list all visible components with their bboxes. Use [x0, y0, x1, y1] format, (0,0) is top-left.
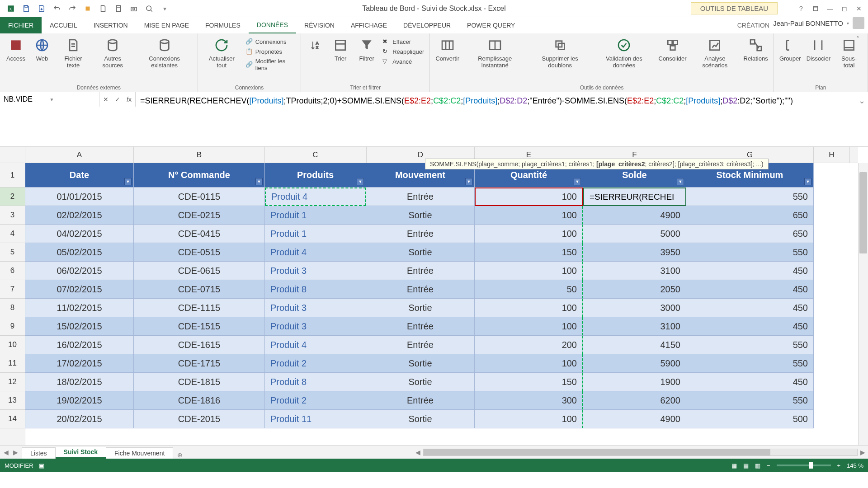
cell[interactable]: 20/02/2015	[25, 410, 134, 428]
cell[interactable]: 500	[686, 410, 814, 428]
cell[interactable]: Produit 8	[265, 373, 366, 391]
cell[interactable]: Produit 3	[265, 317, 366, 336]
cell[interactable]: 05/02/2015	[25, 243, 134, 262]
cell[interactable]: Produit 4	[265, 336, 366, 354]
cell[interactable]: Entrée	[366, 262, 475, 280]
calc-icon[interactable]	[111, 2, 126, 15]
btn-remplissage[interactable]: Remplissage instantané	[463, 35, 527, 70]
cell[interactable]: 450	[686, 373, 814, 391]
close-icon[interactable]: ✕	[853, 3, 865, 14]
btn-web[interactable]: Web	[30, 35, 54, 64]
cell[interactable]: CDE-0515	[134, 243, 265, 262]
cell[interactable]: CDE-1715	[134, 354, 265, 373]
btn-sort-az[interactable]: AZ	[305, 35, 326, 57]
row-header[interactable]: 2	[0, 188, 25, 206]
enter-formula-icon[interactable]: ✓	[115, 96, 120, 103]
row-header[interactable]: 10	[0, 336, 25, 354]
macro-record-icon[interactable]: ▣	[39, 462, 44, 469]
cell[interactable]: 16/02/2015	[25, 336, 134, 354]
help-icon[interactable]: ?	[795, 3, 807, 14]
sheet-tab-fiche-mouvement[interactable]: Fiche Mouvement	[106, 447, 173, 459]
cell[interactable]: 550	[686, 336, 814, 354]
cell[interactable]: 100	[475, 188, 583, 206]
btn-consolider[interactable]: Consolider	[657, 35, 689, 64]
cell[interactable]: CDE-0115	[134, 188, 265, 206]
redo-icon[interactable]	[65, 2, 80, 15]
zoom-in-icon[interactable]: +	[837, 462, 841, 469]
expand-formula-bar-icon[interactable]: ⌄	[859, 95, 865, 107]
cell[interactable]: 550	[686, 391, 814, 410]
cell[interactable]: Produit 11	[265, 410, 366, 428]
cell[interactable]: 150	[475, 373, 583, 391]
cell[interactable]: 300	[475, 391, 583, 410]
cell[interactable]: 450	[686, 299, 814, 317]
save-alt-icon[interactable]	[34, 2, 49, 15]
row-header[interactable]: 4	[0, 225, 25, 243]
cell[interactable]: 3100	[583, 262, 686, 280]
new-file-icon[interactable]	[96, 2, 110, 15]
cell[interactable]: Produit 1	[265, 225, 366, 243]
btn-trier[interactable]: Trier	[328, 35, 353, 64]
cell[interactable]: CDE-0715	[134, 280, 265, 299]
view-page-break-icon[interactable]: ▥	[755, 462, 760, 469]
btn-modifier-liens[interactable]: 🔗Modifier les liens	[244, 57, 297, 72]
tab-power-query[interactable]: POWER QUERY	[459, 17, 523, 33]
filter-icon[interactable]: ▼	[804, 178, 811, 185]
cell[interactable]: 100	[475, 206, 583, 225]
cell[interactable]: 4900	[583, 410, 686, 428]
cell[interactable]: 04/02/2015	[25, 225, 134, 243]
btn-connexions[interactable]: 🔗Connexions	[244, 37, 297, 46]
camera-icon[interactable]	[127, 2, 141, 15]
vertical-scrollbar[interactable]	[858, 163, 868, 445]
hscroll-left-icon[interactable]: ◀	[415, 449, 420, 456]
cell[interactable]: CDE-1815	[134, 373, 265, 391]
cell[interactable]: 3950	[583, 243, 686, 262]
cell[interactable]: Entrée	[366, 317, 475, 336]
cell[interactable]: CDE-0215	[134, 206, 265, 225]
cell[interactable]: 100	[475, 410, 583, 428]
user-avatar-icon[interactable]	[853, 17, 864, 29]
filter-icon[interactable]: ▼	[255, 178, 263, 185]
tab-formules[interactable]: FORMULES	[197, 17, 249, 33]
btn-proprietes[interactable]: 📋Propriétés	[244, 47, 297, 56]
row-header[interactable]: 13	[0, 391, 25, 410]
row-header[interactable]: 5	[0, 243, 25, 262]
tab-insertion[interactable]: INSERTION	[85, 17, 136, 33]
cell[interactable]: CDE-0615	[134, 262, 265, 280]
cell[interactable]: 17/02/2015	[25, 354, 134, 373]
view-normal-icon[interactable]: ▦	[731, 462, 737, 469]
select-all-corner[interactable]	[0, 147, 25, 163]
cell[interactable]: CDE-0415	[134, 225, 265, 243]
cell[interactable]: 200	[475, 336, 583, 354]
cell[interactable]: 02/02/2015	[25, 206, 134, 225]
preview-icon[interactable]	[142, 2, 156, 15]
formula-bar[interactable]: =SIERREUR(RECHERCHEV([Produits];TProduit…	[136, 92, 868, 109]
sheet-nav-next-icon[interactable]: ▶	[13, 449, 18, 456]
table-header-produits[interactable]: Produits▼	[265, 163, 366, 188]
cell[interactable]: Entrée	[366, 188, 475, 206]
cell[interactable]: Entrée	[366, 280, 475, 299]
tab-fichier[interactable]: FICHIER	[0, 17, 42, 33]
cell[interactable]: CDE-1115	[134, 299, 265, 317]
btn-analyse-scenarios[interactable]: Analyse scénarios	[690, 35, 740, 70]
cell[interactable]: Sortie	[366, 410, 475, 428]
btn-effacer[interactable]: ✖Effacer	[381, 37, 426, 46]
cell[interactable]: Sortie	[366, 373, 475, 391]
btn-actualiser[interactable]: Actualiser tout	[202, 35, 242, 70]
cell[interactable]: 450	[686, 280, 814, 299]
cell[interactable]: Sortie	[366, 243, 475, 262]
col-header-A[interactable]: A	[25, 147, 134, 163]
btn-access[interactable]: Access	[4, 35, 28, 64]
quick-icon[interactable]	[80, 2, 95, 15]
cell[interactable]: 550	[686, 243, 814, 262]
tab-mise-en-page[interactable]: MISE EN PAGE	[136, 17, 197, 33]
row-header[interactable]: 7	[0, 280, 25, 299]
sheet-nav-prev-icon[interactable]: ◀	[4, 449, 9, 456]
cell[interactable]: 3000	[583, 299, 686, 317]
cell[interactable]: 07/02/2015	[25, 280, 134, 299]
row-header[interactable]: 14	[0, 410, 25, 428]
cell[interactable]: Produit 2	[265, 391, 366, 410]
cell[interactable]: 50	[475, 280, 583, 299]
cell[interactable]: Produit 3	[265, 299, 366, 317]
btn-validation[interactable]: Validation des données	[593, 35, 655, 70]
